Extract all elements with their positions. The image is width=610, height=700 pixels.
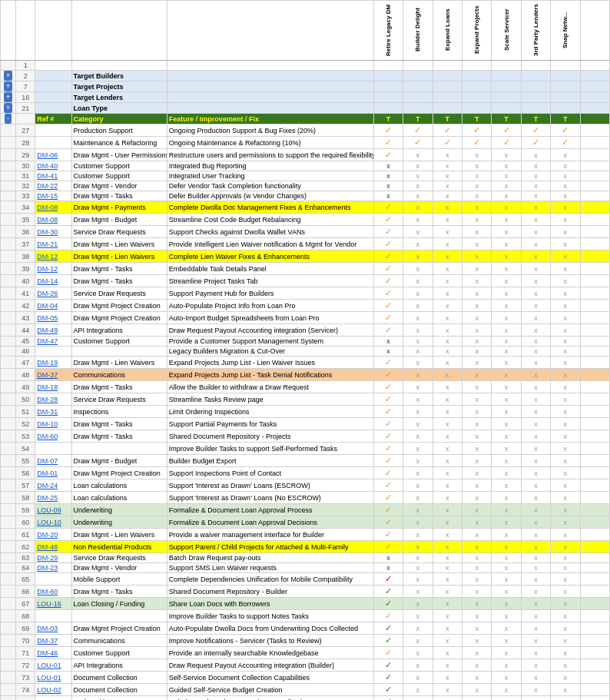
- table-row: 50DM-28Service Draw RequestsStreamline T…: [1, 393, 610, 406]
- row-number: 72: [16, 659, 35, 672]
- ref-cell[interactable]: DM-28: [35, 393, 71, 406]
- ref-cell[interactable]: DM-60: [35, 586, 71, 598]
- feature-cell: Complete Dependencies Unification for Mo…: [167, 573, 373, 586]
- category-cell: Draw Mgmt - Lien Waivers: [71, 357, 167, 369]
- ref-cell[interactable]: LOU-10: [35, 516, 71, 529]
- ref-cell[interactable]: LOU-03: [35, 696, 71, 701]
- table-row: 73LOU-01Document CollectionSelf-Service …: [1, 672, 610, 684]
- status-col-6: x: [521, 418, 550, 430]
- ref-cell[interactable]: LOU-01: [35, 672, 71, 684]
- status-col-2: x: [403, 647, 433, 659]
- row-control[interactable]: +: [1, 71, 16, 81]
- ref-cell[interactable]: DM-08: [35, 201, 71, 214]
- ref-cell[interactable]: DM-37: [35, 635, 71, 647]
- ref-cell[interactable]: DM-10: [35, 418, 71, 430]
- ref-cell[interactable]: DM-18: [35, 381, 71, 393]
- status-col-1: ✓: [373, 275, 403, 287]
- status-col-3: [433, 61, 462, 71]
- ref-cell[interactable]: DM-08: [35, 214, 71, 226]
- status-col-7: x: [551, 337, 580, 347]
- status-col-8: [580, 238, 609, 250]
- ref-cell[interactable]: DM-60: [35, 430, 71, 443]
- status-col-5: x: [492, 541, 521, 553]
- status-col-6: x: [521, 263, 550, 275]
- ref-cell[interactable]: DM-04: [35, 300, 71, 312]
- row-control[interactable]: +: [1, 81, 16, 92]
- collapse-button[interactable]: -: [5, 114, 12, 124]
- status-col-4: x: [462, 573, 491, 586]
- status-col-7: x: [551, 647, 580, 659]
- expand-button[interactable]: +: [4, 92, 12, 102]
- table-row: 41DM-26Service Draw RequestsSupport Paym…: [1, 287, 610, 300]
- status-col-4: x: [462, 287, 491, 300]
- row-control[interactable]: +: [1, 103, 16, 114]
- ref-cell[interactable]: DM-22: [35, 181, 71, 191]
- expand-button[interactable]: +: [4, 71, 12, 81]
- status-col-4: T: [462, 114, 491, 124]
- status-col-6: x: [521, 455, 550, 467]
- ref-cell[interactable]: DM-19: [35, 357, 71, 369]
- ref-cell[interactable]: DM-37: [35, 369, 71, 381]
- ref-cell[interactable]: DM-06: [35, 149, 71, 161]
- status-col-2: [403, 81, 433, 92]
- category-cell: API Integrations: [71, 659, 167, 672]
- row-number: 56: [16, 467, 35, 479]
- ref-cell[interactable]: DM-07: [35, 455, 71, 467]
- ref-cell[interactable]: LOU-16: [35, 598, 71, 610]
- ref-cell[interactable]: DM-29: [35, 553, 71, 563]
- ref-cell[interactable]: DM-12: [35, 263, 71, 275]
- table-row: 64DM-23Draw Mgmt - VendorSupport SMS Lie…: [1, 563, 610, 573]
- ref-cell[interactable]: DM-14: [35, 275, 71, 287]
- status-col-1: ✓: [373, 369, 403, 381]
- row-number: 27: [16, 124, 35, 137]
- status-col-1: x: [373, 181, 403, 191]
- ref-cell[interactable]: DM-40: [35, 161, 71, 171]
- ref-cell[interactable]: DM-46: [35, 647, 71, 659]
- feature-cell: Share Loan Docs with Borrowers: [167, 598, 373, 610]
- row-control: [1, 381, 16, 393]
- ref-cell[interactable]: DM-24: [35, 479, 71, 492]
- ref-cell[interactable]: DM-03: [35, 622, 71, 635]
- status-col-1: ✓: [373, 696, 403, 701]
- ref-cell[interactable]: DM-47: [35, 337, 71, 347]
- status-col-4: x: [462, 300, 491, 312]
- ref-cell[interactable]: DM-20: [35, 529, 71, 541]
- status-col-5: x: [492, 635, 521, 647]
- row-control[interactable]: -: [1, 114, 16, 124]
- status-col-3: x: [433, 479, 462, 492]
- row-control: [1, 149, 16, 161]
- expand-button[interactable]: +: [4, 103, 12, 113]
- ref-cell[interactable]: DM-41: [35, 171, 71, 181]
- row-control[interactable]: +: [1, 92, 16, 103]
- expand-button[interactable]: +: [4, 81, 12, 91]
- ref-cell[interactable]: DM-25: [35, 492, 71, 504]
- ref-cell[interactable]: DM-26: [35, 287, 71, 300]
- ref-cell[interactable]: LOU-09: [35, 504, 71, 516]
- status-col-2: x: [403, 467, 433, 479]
- ref-cell[interactable]: Ref #: [35, 114, 71, 124]
- ref-cell[interactable]: DM-12: [35, 250, 71, 263]
- ref-cell[interactable]: DM-48: [35, 541, 71, 553]
- ref-cell[interactable]: DM-49: [35, 324, 71, 337]
- ref-cell[interactable]: LOU-02: [35, 684, 71, 696]
- status-col-8: [580, 300, 609, 312]
- status-col-1: x: [373, 347, 403, 357]
- ref-cell[interactable]: LOU-01: [35, 659, 71, 672]
- status-col-6: x: [521, 149, 550, 161]
- category-cell: Document Collection: [71, 672, 167, 684]
- ref-cell[interactable]: DM-21: [35, 238, 71, 250]
- row-number: 54: [16, 443, 35, 455]
- status-col-7: x: [551, 214, 580, 226]
- table-row: 58DM-25Loan calculationsSupport 'Interes…: [1, 492, 610, 504]
- ref-cell[interactable]: DM-01: [35, 467, 71, 479]
- row-control: [1, 610, 16, 622]
- ref-cell[interactable]: DM-05: [35, 312, 71, 324]
- ref-cell[interactable]: DM-23: [35, 563, 71, 573]
- table-row: 60LOU-10UnderwritingFormalize & Document…: [1, 516, 610, 529]
- ref-cell[interactable]: DM-15: [35, 191, 71, 201]
- status-col-8: [580, 347, 609, 357]
- ref-cell[interactable]: DM-30: [35, 226, 71, 238]
- ref-cell[interactable]: DM-31: [35, 406, 71, 418]
- category-cell: Customer Support: [71, 171, 167, 181]
- status-col-6: x: [521, 201, 550, 214]
